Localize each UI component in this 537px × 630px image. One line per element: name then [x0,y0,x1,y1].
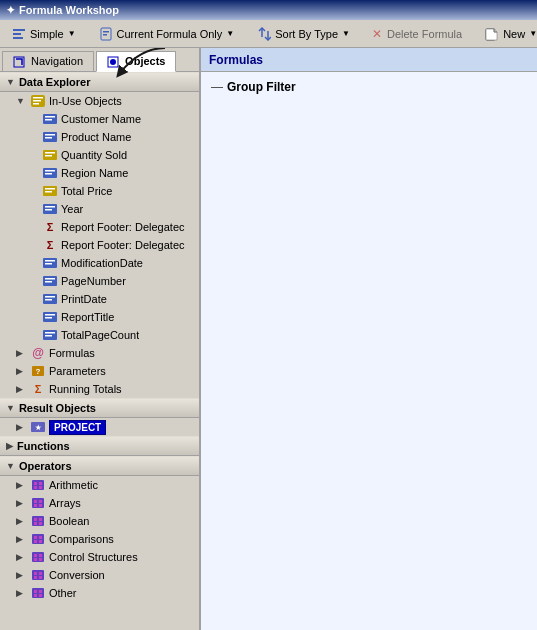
svg-rect-44 [45,296,55,298]
operators-header[interactable]: ▼ Operators [0,456,199,476]
project-item[interactable]: ▶ ★ PROJECT [0,418,199,436]
project-expand-icon: ▶ [16,422,30,432]
svg-rect-67 [34,518,37,521]
arrays-item[interactable]: ▶ Arrays [0,494,199,512]
svg-rect-70 [39,522,42,525]
functions-header[interactable]: ▶ Functions [0,436,199,456]
data-explorer-toggle: ▼ [6,77,15,87]
objects-tab-label: Objects [125,55,165,67]
report-footer-1-icon: Σ [42,220,58,234]
control-structures-icon [30,550,46,564]
tab-objects[interactable]: Objects [96,51,176,72]
svg-rect-71 [32,534,44,544]
total-page-count-label: TotalPageCount [61,329,139,341]
svg-rect-74 [34,540,37,543]
svg-rect-82 [34,572,37,575]
total-price-icon [42,184,58,198]
toolbar: Simple ▼ Current Formula Only ▼ Sort By … [0,20,537,48]
project-icon: ★ [30,420,46,434]
formulas-item[interactable]: ▶ @ Formulas [0,344,199,362]
list-item[interactable]: Year [0,200,199,218]
result-objects-header[interactable]: ▼ Result Objects [0,398,199,418]
list-item[interactable]: Σ Report Footer: Delegatec [0,236,199,254]
list-item[interactable]: ReportTitle [0,308,199,326]
conversion-item[interactable]: ▶ Conversion [0,566,199,584]
title-bar-icon: ✦ [6,4,15,17]
svg-rect-84 [34,576,37,579]
in-use-objects-group[interactable]: ▼ In-Use Objects [0,92,199,110]
svg-rect-41 [45,278,55,280]
objects-tab-icon [107,56,119,68]
page-number-icon [42,274,58,288]
title-bar: ✦ Formula Workshop [0,0,537,20]
delete-formula-button[interactable]: ✕ Delete Formula [365,23,469,45]
customer-name-label: Customer Name [61,113,141,125]
product-name-label: Product Name [61,131,131,143]
list-item[interactable]: Quantity Sold [0,146,199,164]
svg-text:?: ? [36,367,41,376]
current-formula-button[interactable]: Current Formula Only ▼ [91,23,242,45]
svg-rect-62 [34,500,37,503]
report-footer-2-label: Report Footer: Delegatec [61,239,185,251]
svg-rect-65 [39,504,42,507]
sort-by-type-button[interactable]: Sort By Type ▼ [249,23,357,45]
in-use-objects-label: In-Use Objects [49,95,122,107]
svg-rect-47 [45,314,55,316]
new-button[interactable]: New ▼ [477,23,537,45]
in-use-icon [30,94,46,108]
tab-navigation[interactable]: Navigation [2,51,94,72]
list-item[interactable]: Customer Name [0,110,199,128]
formulas-label: Formulas [49,347,95,359]
modification-date-label: ModificationDate [61,257,143,269]
simple-button[interactable]: Simple ▼ [4,23,83,45]
list-item[interactable]: PrintDate [0,290,199,308]
list-item[interactable]: Region Name [0,164,199,182]
list-item[interactable]: PageNumber [0,272,199,290]
svg-rect-88 [39,590,42,593]
comparisons-item[interactable]: ▶ Comparisons [0,530,199,548]
svg-rect-64 [34,504,37,507]
list-item[interactable]: Σ Report Footer: Delegatec [0,218,199,236]
control-structures-item[interactable]: ▶ Control Structures [0,548,199,566]
panel-scroll[interactable]: ▼ Data Explorer ▼ In-Use Objects [0,72,199,630]
list-item[interactable]: TotalPageCount [0,326,199,344]
svg-rect-2 [13,37,23,39]
parameters-item[interactable]: ▶ ? Parameters [0,362,199,380]
quantity-sold-icon [42,148,58,162]
other-label: Other [49,587,77,599]
parameters-expand-icon: ▶ [16,366,30,376]
report-footer-2-icon: Σ [42,238,58,252]
svg-rect-86 [32,588,44,598]
running-totals-item[interactable]: ▶ Σ Running Totals [0,380,199,398]
modification-date-icon [42,256,58,270]
arithmetic-label: Arithmetic [49,479,98,491]
list-item[interactable]: ModificationDate [0,254,199,272]
data-explorer-header[interactable]: ▼ Data Explorer [0,72,199,92]
svg-rect-35 [45,206,55,208]
data-explorer-label: Data Explorer [19,76,91,88]
arithmetic-item[interactable]: ▶ Arithmetic [0,476,199,494]
region-name-icon [42,166,58,180]
boolean-item[interactable]: ▶ Boolean [0,512,199,530]
svg-rect-73 [39,536,42,539]
running-totals-expand-icon: ▶ [16,384,30,394]
svg-point-13 [110,59,116,65]
svg-rect-16 [33,97,43,99]
comparisons-icon [30,532,46,546]
svg-rect-27 [45,155,52,157]
current-formula-label: Current Formula Only [117,28,223,40]
list-item[interactable]: Total Price [0,182,199,200]
customer-name-icon [42,112,58,126]
svg-rect-0 [13,29,25,31]
group-filter-item[interactable]: — Group Filter [207,78,531,96]
list-item[interactable]: Product Name [0,128,199,146]
formulas-icon: @ [30,346,46,360]
control-structures-expand-icon: ▶ [16,552,30,562]
svg-rect-79 [34,558,37,561]
svg-rect-60 [39,486,42,489]
conversion-expand-icon: ▶ [16,570,30,580]
other-item[interactable]: ▶ Other [0,584,199,602]
svg-rect-20 [45,116,55,118]
left-panel: Navigation Objects [0,48,200,630]
sort-icon [256,26,272,42]
